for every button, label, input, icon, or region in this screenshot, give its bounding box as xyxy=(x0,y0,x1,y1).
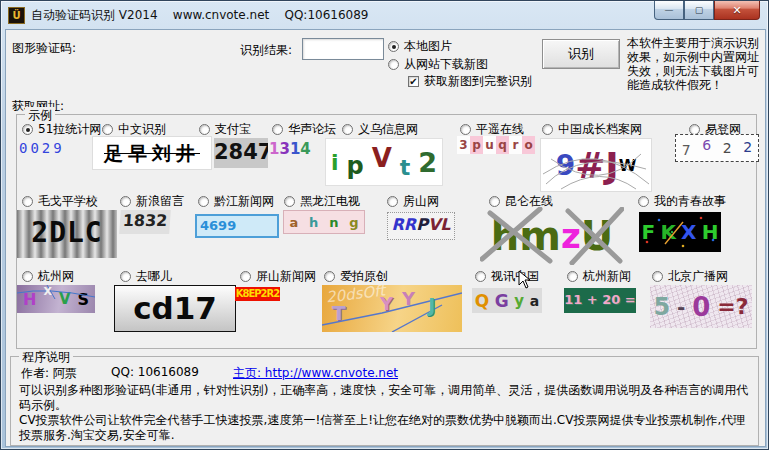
captcha-char: y xyxy=(514,292,524,310)
site-radio-maogeping[interactable]: 毛戈平学校 xyxy=(22,193,98,210)
captcha-char: X xyxy=(43,285,51,298)
site-radio-qianjiang[interactable]: 黔江新闻网 xyxy=(198,193,274,210)
site-radio-51la[interactable]: 51拉统计网 xyxy=(22,121,101,138)
radio-icon xyxy=(22,271,33,282)
site-radio-hangzhou-news[interactable]: 杭州新闻 xyxy=(567,268,631,285)
captcha-char: p xyxy=(470,136,483,154)
radio-download-label: 从网站下载新图 xyxy=(404,56,488,73)
site-label: 杭州新闻 xyxy=(583,268,631,285)
site-radio-shixun[interactable]: 视讯中国 xyxy=(475,268,539,285)
captcha-char: 3 xyxy=(279,140,289,158)
site-label: 黔江新闻网 xyxy=(214,193,274,210)
minimize-button[interactable]: — xyxy=(654,1,684,20)
checkbox-label: 获取新图到完整识别 xyxy=(424,73,532,90)
captcha-maogeping: 2DLC xyxy=(17,210,117,258)
title-bar: Ü 自动验证码识别 V2014 www.cnvote.net QQ:106160… xyxy=(1,1,768,29)
notice-text: 本软件主要用于演示识别效果，如示例中内置网址失效，则无法下载图片可能造成软件假死… xyxy=(627,36,763,92)
site-radio-pingshan[interactable]: 屏山新闻网 xyxy=(240,268,316,285)
captcha-char: 3 xyxy=(457,136,470,154)
captcha-pingshan: K8EP2R2 xyxy=(235,287,280,301)
site-radio-aipai[interactable]: 爱拍原创 xyxy=(324,268,388,285)
about-groupbox: 程序说明 作者: 阿票 QQ: 10616089 主页: http://www.… xyxy=(10,356,759,446)
site-radio-heilongjiang[interactable]: 黑龙江电视 xyxy=(284,193,360,210)
captcha-fangshan: RRPVL xyxy=(387,212,455,240)
site-radio-beijing-radio[interactable]: 北京广播网 xyxy=(652,268,728,285)
captcha-char: 4 xyxy=(300,140,310,158)
site-radio-qingchun[interactable]: 我的青春故事 xyxy=(638,193,726,210)
radio-local-image[interactable]: 本地图片 xyxy=(388,38,452,55)
checkbox-full-recognition[interactable]: ✔ 获取新图到完整识别 xyxy=(408,73,532,90)
radio-icon xyxy=(240,271,251,282)
captcha-shixun: QGya xyxy=(472,288,542,313)
site-label: 我的青春故事 xyxy=(654,193,726,210)
app-icon: Ü xyxy=(8,7,25,24)
radio-icon xyxy=(120,271,131,282)
captcha-char: t xyxy=(400,155,411,180)
line-overlay xyxy=(17,285,95,313)
captcha-char: J xyxy=(428,293,435,317)
radio-icon xyxy=(460,124,471,135)
x-strokes xyxy=(480,207,624,265)
radio-icon xyxy=(388,59,399,70)
captcha-label: 图形验证码: xyxy=(12,40,76,57)
cv-vote-text: CV投票软件公司让软件完全代替手工快速投票,速度第一!信誉至上!让您在绝对的票数… xyxy=(19,413,754,443)
site-radio-huasheng[interactable]: 华声论坛 xyxy=(272,121,336,138)
captcha-char: Q xyxy=(475,291,489,311)
qq-label: QQ: 10616089 xyxy=(111,365,199,379)
radio-icon xyxy=(22,124,33,135)
site-label: 杭州网 xyxy=(38,268,74,285)
captcha-char: 6 xyxy=(702,137,711,153)
radio-icon xyxy=(272,124,283,135)
site-radio-chengzhang[interactable]: 中国成长档案网 xyxy=(542,121,642,138)
site-label: 房山网 xyxy=(403,193,439,210)
captcha-chinese: 足早刘井 xyxy=(92,136,212,170)
site-label: 去哪儿 xyxy=(136,268,172,285)
captcha-beijing-radio: 5-0=? xyxy=(650,285,752,328)
dots-overlay xyxy=(639,212,721,252)
site-radio-sina[interactable]: 新浪留言 xyxy=(120,193,184,210)
captcha-char: i xyxy=(331,150,339,175)
result-input[interactable] xyxy=(302,38,384,60)
radio-icon xyxy=(387,196,398,207)
captcha-char: G xyxy=(495,291,509,311)
site-radio-qunar[interactable]: 去哪儿 xyxy=(120,268,172,285)
site-label: 支付宝 xyxy=(215,121,251,138)
description-text: 可以识别多种图形验证码(非通用，针对性识别)，正确率高，速度快，安全可靠，调用简… xyxy=(19,383,754,413)
site-label: 新浪留言 xyxy=(136,193,184,210)
captcha-huasheng: 1314 xyxy=(269,140,311,158)
radio-icon xyxy=(198,196,209,207)
captcha-qingchun: FKXH xyxy=(639,212,721,252)
captcha-char: 0 xyxy=(692,292,710,322)
radio-icon xyxy=(102,124,113,135)
site-label: 义乌信息网 xyxy=(358,121,418,138)
captcha-hangzhou: HXVS xyxy=(17,285,95,313)
window-title: 自动验证码识别 V2014 www.cnvote.net QQ:10616089 xyxy=(31,7,369,24)
close-button[interactable]: ✕ xyxy=(714,1,760,20)
radio-icon xyxy=(475,271,486,282)
maximize-button[interactable]: ▢ xyxy=(684,1,714,20)
recognize-button[interactable]: 识别 xyxy=(542,39,620,69)
site-radio-yiwu[interactable]: 义乌信息网 xyxy=(342,121,418,138)
captcha-yideng: 7622 xyxy=(675,134,759,162)
site-radio-hangzhou[interactable]: 杭州网 xyxy=(22,268,74,285)
captcha-char: h xyxy=(309,215,318,230)
scribble-lines xyxy=(541,139,652,192)
captcha-yiwu: ipVt2 xyxy=(325,138,443,186)
site-radio-fangshan[interactable]: 房山网 xyxy=(387,193,439,210)
site-label: 毛戈平学校 xyxy=(38,193,98,210)
captcha-char: o xyxy=(522,136,535,154)
radio-download-new[interactable]: 从网站下载新图 xyxy=(388,56,488,73)
captcha-heilongjiang: ahng xyxy=(283,210,365,234)
radio-icon xyxy=(638,196,649,207)
radio-icon xyxy=(120,196,131,207)
captcha-char: Y xyxy=(402,288,415,309)
radio-local-label: 本地图片 xyxy=(404,38,452,55)
captcha-char: P xyxy=(416,215,428,234)
radio-icon xyxy=(652,271,663,282)
radio-icon xyxy=(388,41,399,52)
site-label: 北京广播网 xyxy=(668,268,728,285)
captcha-qianjiang: 4699 xyxy=(195,214,279,238)
client-area: 图形验证码: 识别结果: 本地图片 从网站下载新图 ✔ 获取新图到完整识别 识别… xyxy=(5,29,766,447)
homepage-link[interactable]: 主页: http://www.cnvote.net xyxy=(233,365,398,382)
captcha-char: a xyxy=(289,215,298,230)
